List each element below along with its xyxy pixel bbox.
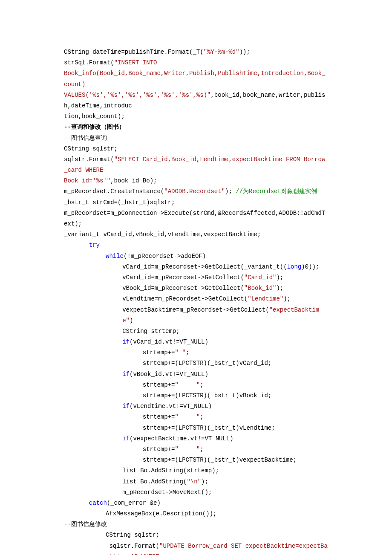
- code-text: strtemp+=: [139, 382, 175, 388]
- string-literal: "ADODB.Recordset": [164, 188, 225, 195]
- code-line: m_pRecordset.CreateInstance("ADODB.Recor…: [64, 186, 328, 197]
- code-line: vBook_id=m_pRecordset->GetCollect("Book_…: [64, 283, 328, 294]
- code-text: );: [225, 188, 236, 195]
- code-line: vLendtime=m_pRecordset->GetCollect("Lend…: [64, 294, 328, 304]
- code-line: strtemp+=(LPCTSTR)(_bstr_t)vCard_id;: [64, 358, 328, 369]
- code-line: CString strtemp;: [64, 326, 328, 337]
- code-line: vexpectBacktime=m_pRecordset->GetCollect…: [64, 305, 328, 326]
- code-line: strtemp+=" ";: [64, 347, 328, 358]
- code-line: CString sqlstr;: [64, 530, 328, 541]
- string-literal: "Book_id": [244, 285, 277, 292]
- code-text: );: [283, 295, 291, 302]
- code-line: Book_id='%s'",book_id_Bo);: [64, 176, 328, 186]
- code-text: ;: [186, 349, 189, 356]
- code-line: while(!m_pRecordset->adoEOF): [64, 251, 328, 262]
- code-line: Book_info(Book_id,Book_name,Writer,Publi…: [64, 68, 328, 90]
- code-line: m_pRecordset->MoveNext();: [64, 487, 328, 498]
- code-line: strSql.Format("INSERT INTO: [64, 58, 328, 68]
- code-text: ;: [200, 382, 203, 388]
- string-literal: "INSERT INTO: [114, 59, 157, 66]
- code-text: ,book_id_Bo);: [110, 177, 157, 184]
- string-literal: Book_id='%s'": [64, 177, 110, 184]
- code-text: ;: [200, 446, 203, 453]
- code-line: _variant_t vCard_id,vBook_id,vLendtime,v…: [64, 229, 328, 240]
- code-line: strtemp+=" ";: [64, 444, 328, 455]
- string-literal: "Card_id": [244, 274, 277, 281]
- code-text: ;: [200, 413, 203, 420]
- string-literal: "Lendtime": [248, 295, 283, 302]
- keyword: if: [122, 338, 130, 345]
- string-literal: " ": [175, 413, 200, 420]
- keyword: long: [287, 263, 302, 270]
- string-literal: " ": [175, 446, 200, 453]
- code-line: vCard_id=m_pRecordset->GetCollect("Card_…: [64, 272, 328, 283]
- code-line: if(vCard_id.vt!=VT_NULL): [64, 337, 328, 347]
- code-line: strtemp+=" ";: [64, 412, 328, 422]
- code-line: strtemp+=(LPCTSTR)(_bstr_t)vBook_id;: [64, 390, 328, 401]
- comment-line: --图书信息修改: [64, 519, 328, 530]
- code-line: strtemp+=(LPCTSTR)(_bstr_t)vLendtime;: [64, 423, 328, 434]
- keyword: while: [106, 253, 124, 260]
- keyword: if: [122, 371, 130, 378]
- code-line: try: [64, 240, 328, 251]
- code-line: sqlstr.Format("UPDATE Borrow_card SET ex…: [64, 541, 328, 555]
- code-line: AfxMessageBox(e.Description());: [64, 509, 328, 519]
- code-line: sqlstr.Format("SELECT Card_id,Book_id,Le…: [64, 154, 328, 176]
- code-text: vLendtime=m_pRecordset->GetCollect(: [122, 295, 248, 302]
- code-line: if(vexpectBacktime.vt!=VT_NULL): [64, 434, 328, 444]
- code-text: strtemp+=: [139, 413, 175, 420]
- code-text: (_com_error &e): [107, 500, 161, 506]
- code-line: if(vBook_id.vt!=VT_NULL): [64, 369, 328, 380]
- keyword: if: [122, 403, 130, 410]
- code-text: vBook_id=m_pRecordset->GetCollect(: [122, 285, 244, 292]
- code-text: strSql.Format(: [64, 59, 114, 66]
- code-text: );: [276, 285, 283, 292]
- comment: //为Recordset对象创建实例: [236, 188, 317, 195]
- code-line: CString sqlstr;: [64, 144, 328, 154]
- code-text: CString dateTime=publishTime.Format(_T(: [64, 49, 204, 55]
- code-text: strtemp+=: [139, 349, 175, 356]
- string-literal: " ": [175, 382, 200, 388]
- string-literal: " ": [175, 349, 185, 356]
- code-text: (vBook_id.vt!=VT_NULL): [130, 371, 208, 378]
- string-literal: VALUES('%s','%s','%s','%s','%s','%s',%s)…: [64, 92, 210, 98]
- code-text: sqlstr.Format(: [64, 156, 114, 163]
- code-text: );: [276, 274, 283, 281]
- code-line: strtemp+=" ";: [64, 380, 328, 390]
- keyword: if: [122, 435, 130, 442]
- code-text: vCard_id=m_pRecordset->GetCollect(: [122, 274, 244, 281]
- code-text: (vLendtime.vt!=VT_NULL): [130, 403, 212, 410]
- section-heading: --查询和修改（图书）: [64, 122, 328, 133]
- code-text: )0));: [301, 263, 319, 270]
- code-line: CString dateTime=publishTime.Format(_T("…: [64, 47, 328, 58]
- string-literal: "%Y-%m-%d": [204, 49, 239, 55]
- code-line: VALUES('%s','%s','%s','%s','%s','%s',%s)…: [64, 90, 328, 111]
- code-text: );: [201, 478, 208, 485]
- comment-line: --图书信息查询: [64, 133, 328, 144]
- code-text: (vCard_id.vt!=VT_NULL): [130, 338, 208, 345]
- code-text: vexpectBacktime=m_pRecordset->GetCollect…: [122, 306, 269, 313]
- code-text: vCard_id=m_pRecordset->GetCollect(_varia…: [122, 263, 287, 270]
- code-line: m_pRecordset=m_pConnection->Execute(strC…: [64, 208, 328, 229]
- code-line: _bstr_t strCmd=(_bstr_t)sqlstr;: [64, 197, 328, 208]
- code-text: sqlstr.Format(: [106, 543, 159, 549]
- code-text: ));: [239, 49, 250, 55]
- code-line: tion,book_count);: [64, 111, 328, 122]
- code-text: (vexpectBacktime.vt!=VT_NULL): [130, 435, 233, 442]
- code-line: vCard_id=m_pRecordset->GetCollect(_varia…: [64, 262, 328, 272]
- code-line: list_Bo.AddString("\n");: [64, 477, 328, 487]
- string-literal: "\n": [187, 478, 201, 485]
- code-line: catch(_com_error &e): [64, 498, 328, 509]
- code-text: ): [130, 317, 133, 324]
- document-page: CString dateTime=publishTime.Format(_T("…: [0, 0, 392, 555]
- code-line: if(vLendtime.vt!=VT_NULL): [64, 401, 328, 412]
- code-line: list_Bo.AddString(strtemp);: [64, 465, 328, 476]
- code-text: (!m_pRecordset->adoEOF): [124, 253, 206, 260]
- keyword: catch: [89, 500, 107, 506]
- code-text: m_pRecordset.CreateInstance(: [64, 188, 164, 195]
- code-text: strtemp+=: [139, 446, 175, 453]
- code-line: strtemp+=(LPCTSTR)(_bstr_t)vexpectBackti…: [64, 455, 328, 465]
- code-text: list_Bo.AddString(: [122, 478, 187, 485]
